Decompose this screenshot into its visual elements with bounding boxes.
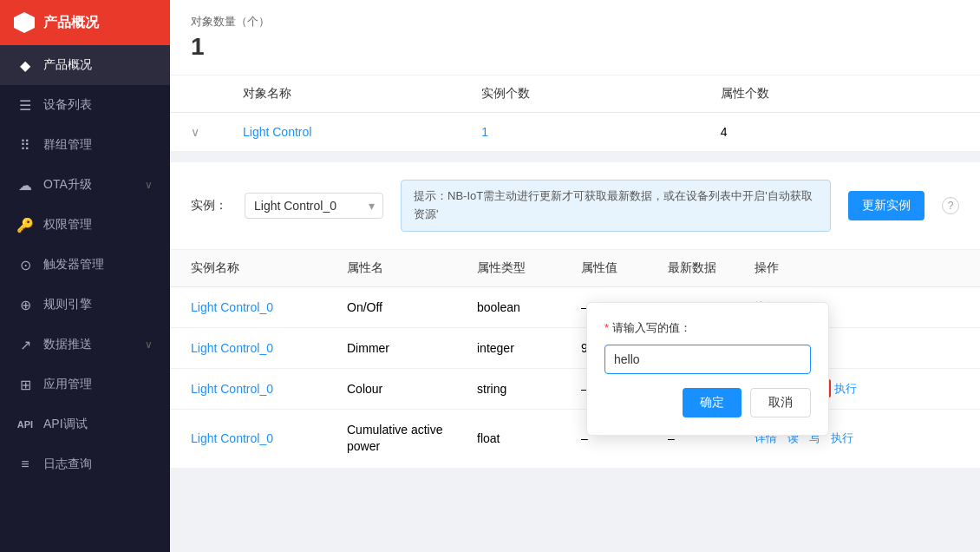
instance-select-wrapper[interactable]: Light Control_0 xyxy=(245,193,383,219)
ph-instance: 实例名称 xyxy=(191,260,347,276)
stats-label: 对象数量（个） xyxy=(191,14,959,30)
col-object-name: 对象名称 xyxy=(243,86,481,102)
prop-instance-4[interactable]: Light Control_0 xyxy=(191,431,347,445)
props-row-2: Light Control_0 Dimmer integer 99 – 执行 xyxy=(170,328,980,369)
sidebar-label-api: API调试 xyxy=(43,417,88,432)
sidebar-item-api[interactable]: API API调试 xyxy=(0,404,170,444)
props-section: 实例名称 属性名 属性类型 属性值 最新数据 操作 Light Control_… xyxy=(170,250,980,469)
refresh-button[interactable]: 更新实例 xyxy=(848,191,924,220)
prop-type-4: float xyxy=(477,431,581,445)
prop-type-1: boolean xyxy=(477,300,581,314)
prop-name-1: On/Off xyxy=(347,300,477,314)
overview-icon: ◆ xyxy=(17,57,33,73)
apps-icon: ⊞ xyxy=(17,377,33,392)
sidebar-brand[interactable]: 产品概况 xyxy=(0,0,170,45)
sidebar-label-data-push: 数据推送 xyxy=(43,337,92,352)
table-row: ∨ Light Control 1 4 xyxy=(170,113,980,152)
devices-icon: ☰ xyxy=(17,97,33,113)
chevron-down-icon-2: ∨ xyxy=(145,338,153,351)
stats-section: 对象数量（个） 1 xyxy=(170,0,980,75)
sidebar-label-rules: 规则引擎 xyxy=(43,297,92,312)
col-attributes: 属性个数 xyxy=(721,86,959,102)
col-instances: 实例个数 xyxy=(481,86,720,102)
prop-name-4: Cumulative active power xyxy=(347,422,477,456)
sidebar-item-logs[interactable]: ≡ 日志查询 xyxy=(0,444,170,484)
object-instances-count: 1 xyxy=(481,125,720,139)
object-name-link[interactable]: Light Control xyxy=(243,125,481,139)
ph-type: 属性类型 xyxy=(477,260,581,276)
sidebar-item-ota[interactable]: ☁ OTA升级 ∨ xyxy=(0,165,170,205)
popup-confirm-button[interactable]: 确定 xyxy=(683,388,742,417)
logs-icon: ≡ xyxy=(17,457,33,472)
rules-icon: ⊕ xyxy=(17,297,33,312)
instance-select[interactable]: Light Control_0 xyxy=(245,193,383,219)
sidebar-item-groups[interactable]: ⠿ 群组管理 xyxy=(0,125,170,165)
props-row-3: Light Control_0 Colour string – – 详情 读 写… xyxy=(170,369,980,410)
props-row-1: Light Control_0 On/Off boolean – – 执行 xyxy=(170,287,980,328)
props-row-4: Light Control_0 Cumulative active power … xyxy=(170,410,980,469)
execute-link-3[interactable]: 执行 xyxy=(834,382,857,395)
prop-instance-3[interactable]: Light Control_0 xyxy=(191,382,347,396)
sidebar-label-devices: 设备列表 xyxy=(43,97,92,113)
groups-icon: ⠿ xyxy=(17,137,33,153)
sidebar-label-ota: OTA升级 xyxy=(43,177,92,193)
object-attributes-count: 4 xyxy=(721,125,959,139)
col-expand xyxy=(191,86,243,102)
sidebar-item-devices[interactable]: ☰ 设备列表 xyxy=(0,85,170,125)
sidebar-item-overview[interactable]: ◆ 产品概况 xyxy=(0,45,170,85)
sidebar-label-triggers: 触发器管理 xyxy=(43,257,104,273)
objects-table-header: 对象名称 实例个数 属性个数 xyxy=(170,76,980,113)
tip-box: 提示：NB-IoT需主动进行更新才可获取最新数据，或在设备列表中开启'自动获取资… xyxy=(401,180,831,232)
instance-section: 实例： Light Control_0 提示：NB-IoT需主动进行更新才可获取… xyxy=(170,162,980,249)
prop-instance-2[interactable]: Light Control_0 xyxy=(191,341,347,355)
prop-instance-1[interactable]: Light Control_0 xyxy=(191,300,347,314)
sidebar-item-data-push[interactable]: ↗ 数据推送 ∨ xyxy=(0,325,170,365)
sidebar-item-permissions[interactable]: 🔑 权限管理 xyxy=(0,205,170,245)
props-table-header: 实例名称 属性名 属性类型 属性值 最新数据 操作 xyxy=(170,250,980,287)
sidebar-label-apps: 应用管理 xyxy=(43,377,92,392)
expand-icon[interactable]: ∨ xyxy=(191,125,243,139)
api-icon: API xyxy=(17,417,33,432)
ph-val2: 最新数据 xyxy=(668,260,755,276)
brand-label: 产品概况 xyxy=(43,14,99,32)
brand-icon xyxy=(14,12,35,33)
prop-name-3: Colour xyxy=(347,382,477,396)
ph-val1: 属性值 xyxy=(581,260,668,276)
prop-name-2: Dimmer xyxy=(347,341,477,355)
sidebar-label-overview: 产品概况 xyxy=(43,57,92,73)
sidebar-item-rules[interactable]: ⊕ 规则引擎 xyxy=(0,285,170,325)
prop-type-2: integer xyxy=(477,341,581,355)
data-push-icon: ↗ xyxy=(17,337,33,352)
stats-value: 1 xyxy=(191,33,959,61)
chevron-down-icon: ∨ xyxy=(145,179,153,191)
execute-link-4[interactable]: 执行 xyxy=(831,431,853,444)
popup-buttons: 确定 取消 xyxy=(604,388,811,417)
prop-type-3: string xyxy=(477,382,581,396)
sidebar-label-logs: 日志查询 xyxy=(43,457,92,472)
instance-label: 实例： xyxy=(191,198,227,214)
sidebar-label-permissions: 权限管理 xyxy=(43,217,92,233)
triggers-icon: ⊙ xyxy=(17,257,33,273)
sidebar-label-groups: 群组管理 xyxy=(43,137,92,153)
main-content: 对象数量（个） 1 对象名称 实例个数 属性个数 ∨ Light Control… xyxy=(170,0,980,552)
sidebar-item-apps[interactable]: ⊞ 应用管理 xyxy=(0,365,170,404)
objects-table: 对象名称 实例个数 属性个数 ∨ Light Control 1 4 xyxy=(170,76,980,152)
ota-icon: ☁ xyxy=(17,177,33,193)
permissions-icon: 🔑 xyxy=(17,217,33,233)
help-icon[interactable]: ? xyxy=(942,197,959,214)
ph-actions: 操作 xyxy=(755,260,893,276)
write-popup: * 请输入写的值： 确定 取消 xyxy=(586,302,829,436)
popup-input[interactable] xyxy=(604,345,811,374)
popup-label: * 请输入写的值： xyxy=(604,320,811,336)
popup-cancel-button[interactable]: 取消 xyxy=(750,388,811,417)
sidebar: 产品概况 ◆ 产品概况 ☰ 设备列表 ⠿ 群组管理 ☁ OTA升级 ∨ 🔑 权限… xyxy=(0,0,170,552)
ph-prop: 属性名 xyxy=(347,260,477,276)
sidebar-item-triggers[interactable]: ⊙ 触发器管理 xyxy=(0,245,170,285)
